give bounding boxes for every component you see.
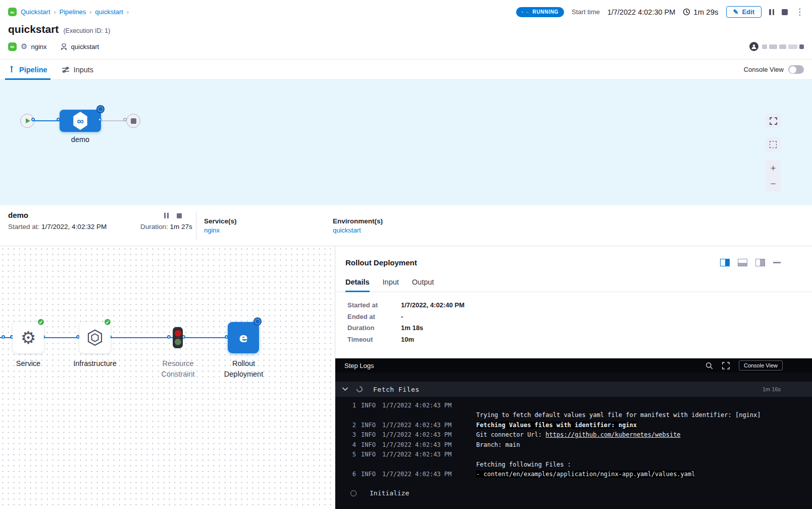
log-section-name: Fetch Files [373,386,420,393]
pipeline-graph-canvas[interactable]: ∞ demo + − [0,80,812,205]
rollout-icon: e [239,331,248,345]
stop-execution-button[interactable] [782,9,788,15]
layout-split-vertical-button[interactable] [720,259,730,266]
execution-id: (Execution ID: 1) [63,27,110,34]
log-line-number: 1 [349,402,356,409]
tab-output[interactable]: Output [412,278,434,292]
zoom-controls: + − [766,160,781,192]
log-line-number: 6 [349,471,356,478]
step-node-service[interactable]: ⚙ [13,322,44,353]
search-icon[interactable] [705,362,713,369]
pipeline-execution-page: ∞ Quickstart›Pipelines›quickstart› • –RU… [0,0,812,509]
page-title: quickstart [8,23,59,35]
inputs-icon [62,66,70,73]
tab-input[interactable]: Input [383,278,399,292]
zoom-out-button[interactable]: − [770,179,776,189]
play-icon [26,118,30,123]
step-node-resource-constraint[interactable] [173,327,183,348]
service-chip[interactable]: ⚙nginx [21,42,47,51]
step-node-rollout-deployment[interactable]: e [228,322,259,353]
edge-connector-dot [167,335,171,339]
log-lines: 1INFO1/7/2022 4:02:43 PMTrying to fetch … [335,397,812,479]
environment-link[interactable]: quickstart [333,226,361,234]
edit-button[interactable]: ✎Edit [726,6,762,18]
stage-node-demo[interactable]: ∞ [60,110,101,132]
service-link[interactable]: nginx [204,226,220,234]
marquee-icon [770,141,777,148]
stage-name: demo [8,211,28,219]
console-view-button[interactable]: Console View [739,360,783,371]
step-logs-header: Step Logs Console View [335,358,812,373]
detail-value: 1/7/2022, 4:02:40 PM [401,301,465,309]
breadcrumb-separator-icon: › [54,9,56,16]
log-line: Fetching following Files : [349,459,812,470]
clock-icon [683,8,690,16]
more-options-button[interactable]: ⋮ [795,9,804,15]
detail-label: Duration [347,324,401,332]
fullscreen-icon [770,117,777,125]
layout-right-panel-button[interactable] [755,259,765,266]
log-timestamp: 1/7/2022 4:02:43 PM [382,441,476,448]
log-link[interactable]: https://github.com/kubernetes/website [545,431,680,438]
stage-summary-bar: demo Started at: 1/7/2022, 4:02:32 PM Du… [0,205,812,246]
console-view-toggle[interactable] [788,65,804,74]
log-message: Git connector Url: https://github.com/ku… [476,431,681,438]
graph-edge [111,337,173,338]
redacted-text-block [779,44,786,49]
fit-to-screen-button[interactable] [766,113,781,128]
pause-stage-button[interactable] [164,213,169,218]
stage-started-at: Started at: 1/7/2022, 4:02:32 PM [8,223,107,230]
log-section-initialize[interactable]: Initialize [350,489,409,497]
stage-execution-canvas[interactable]: ⚙ ✓ ✓ e Service Infrastructure Resource … [0,246,335,509]
layout-split-horizontal-button[interactable] [738,259,747,266]
breadcrumb-item[interactable]: Pipelines› [60,8,95,16]
detail-row: Ended at- [347,313,800,320]
breadcrumb-link[interactable]: Quickstart [21,8,50,16]
step-label: Resource Constraint [154,358,202,380]
step-node-infrastructure[interactable] [79,322,111,353]
breadcrumb-item[interactable]: quickstart› [95,8,132,16]
graph-edge [44,337,79,338]
step-logs-panel: Step Logs Console View Fetch Files 1m 16… [335,358,812,509]
zoom-in-button[interactable]: + [770,163,776,173]
tab-inputs[interactable]: Inputs [62,60,94,79]
minimize-panel-button[interactable] [773,262,781,263]
graph-edge [183,337,228,338]
step-label: Infrastructure [62,358,128,369]
gear-icon: ⚙ [21,329,36,346]
redacted-text-block [762,44,767,49]
chevron-down-icon[interactable] [342,387,348,391]
expand-logs-icon[interactable] [722,362,730,369]
log-timestamp: 1/7/2022 4:02:43 PM [382,431,476,438]
breadcrumb-item[interactable]: Quickstart› [21,8,60,16]
log-level: INFO [361,441,379,448]
executed-by [749,42,804,51]
stage-duration: Duration: 1m 27s [140,223,192,230]
view-tabbar: Pipeline Inputs Console View [0,59,812,80]
detail-label: Timeout [347,336,401,343]
log-line-number: 5 [349,451,356,458]
log-section-fetch-files[interactable]: Fetch Files 1m 16s [335,382,812,397]
marquee-select-button[interactable] [766,137,781,152]
pause-execution-button[interactable] [769,9,774,15]
status-badge: • –RUNNING [516,7,564,17]
cd-stage-icon: ∞ [72,112,88,130]
log-console[interactable]: Fetch Files 1m 16s 1INFO1/7/2022 4:02:43… [335,373,812,509]
tab-pipeline[interactable]: Pipeline [8,60,47,79]
log-timestamp: 1/7/2022 4:02:43 PM [382,451,476,458]
success-check-icon: ✓ [104,318,112,326]
environment-chip[interactable]: quickstart [60,43,99,51]
log-line: 5INFO1/7/2022 4:02:43 PM [349,450,812,460]
tab-details[interactable]: Details [345,278,370,292]
edge-connector-dot [2,335,5,339]
breadcrumb-separator-icon: › [127,9,129,16]
breadcrumb-link[interactable]: Pipelines [60,8,86,16]
log-level: INFO [361,422,379,429]
breadcrumb-link[interactable]: quickstart [95,8,123,16]
detail-row: Duration1m 18s [347,324,800,332]
stop-stage-button[interactable] [177,213,182,218]
log-level: INFO [361,402,379,409]
start-time-label: Start time [572,8,600,16]
section-spinner-icon [356,385,364,394]
elapsed-time: 1m 29s [683,8,718,16]
